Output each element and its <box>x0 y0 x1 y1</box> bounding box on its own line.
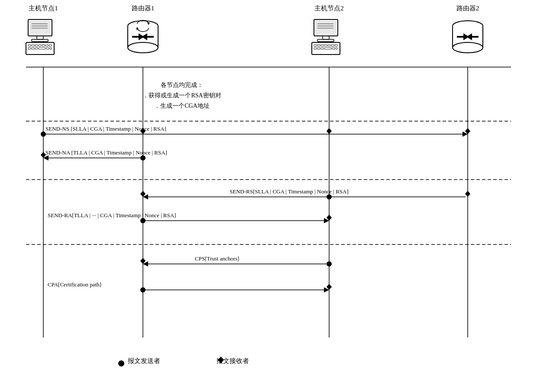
svg-rect-43 <box>37 36 43 39</box>
svg-rect-82 <box>317 48 320 49</box>
svg-rect-74 <box>314 45 317 46</box>
msg5-label: CPS[Trust anchors] <box>195 255 239 262</box>
svg-rect-39 <box>29 21 51 34</box>
svg-rect-72 <box>317 39 334 42</box>
svg-rect-71 <box>323 36 329 39</box>
svg-rect-46 <box>28 45 31 46</box>
host2-icon <box>310 17 349 61</box>
svg-rect-84 <box>324 48 331 49</box>
svg-marker-13 <box>327 128 332 134</box>
router1-label: 路由器1 <box>117 4 169 13</box>
svg-rect-79 <box>331 45 334 46</box>
msg3-label: SEND-RS[SLLA | CGA | Timestamp | Nonce |… <box>230 188 349 195</box>
msg2-label: SEND-NA [TLLA | CGA | Timestamp | Nonce … <box>45 149 167 156</box>
svg-point-63 <box>128 42 158 53</box>
svg-rect-44 <box>32 39 48 42</box>
host1-icon <box>24 17 63 61</box>
router1-icon <box>123 15 162 63</box>
msg1-label: SEND-NS [SLLA | CGA | Timestamp | Nonce … <box>45 125 166 132</box>
svg-rect-83 <box>321 48 323 49</box>
svg-rect-56 <box>39 48 45 49</box>
legend: 报文发送者 报文接收者 <box>104 357 249 365</box>
host2-label: 主机节点2 <box>303 4 355 13</box>
svg-rect-48 <box>35 45 38 46</box>
legend-receiver-label: 报文接收者 <box>217 357 249 365</box>
svg-rect-75 <box>317 45 320 46</box>
legend-sender-label: 报文发送者 <box>128 357 160 365</box>
host1-label: 主机节点1 <box>17 4 69 13</box>
svg-rect-50 <box>42 45 45 46</box>
svg-rect-58 <box>50 48 52 49</box>
prereq-box: 各节点均完成： ．获得或生成一个RSA密钥对 ．生成一个CGA地址 <box>95 80 268 111</box>
prereq-title: 各节点均完成： <box>95 80 268 90</box>
svg-point-91 <box>453 42 483 53</box>
svg-rect-80 <box>335 45 337 46</box>
svg-rect-76 <box>321 45 323 46</box>
svg-marker-23 <box>465 191 470 197</box>
svg-rect-47 <box>32 45 34 46</box>
svg-rect-85 <box>332 48 335 49</box>
svg-rect-67 <box>315 21 336 34</box>
msg6-label: CPA[Certification path] <box>48 281 101 288</box>
svg-rect-86 <box>336 48 337 49</box>
svg-rect-53 <box>28 48 31 49</box>
svg-rect-78 <box>328 45 330 46</box>
svg-point-34 <box>140 287 146 292</box>
svg-rect-57 <box>46 48 49 49</box>
diagram: 主机节点1 路由器1 主机节点2 路由器2 <box>0 0 537 392</box>
router2-label: 路由器2 <box>442 4 494 13</box>
svg-rect-55 <box>35 48 38 49</box>
svg-rect-81 <box>314 48 317 49</box>
svg-rect-52 <box>49 45 52 46</box>
prereq-item2: ．生成一个CGA地址 <box>95 101 268 111</box>
svg-rect-49 <box>39 45 41 46</box>
svg-rect-51 <box>45 45 48 46</box>
svg-point-30 <box>327 261 332 267</box>
svg-rect-54 <box>32 48 34 49</box>
prereq-item1: ．获得或生成一个RSA密钥对 <box>95 90 268 101</box>
svg-rect-77 <box>324 45 327 46</box>
router2-icon <box>448 15 487 63</box>
msg4-label: SEND-RA[TLLA | ··· | CGA | Timestamp | N… <box>48 212 176 219</box>
svg-marker-11 <box>465 128 470 134</box>
